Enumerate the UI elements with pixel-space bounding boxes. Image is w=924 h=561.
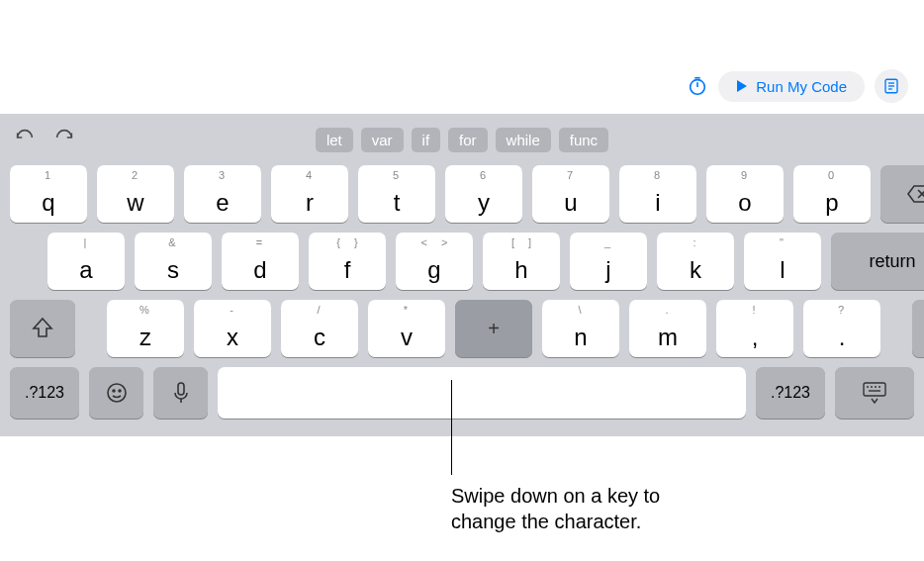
emoji-key[interactable] bbox=[89, 367, 143, 419]
key-d[interactable]: =d bbox=[222, 233, 299, 290]
callout-text: Swipe down on a key to change the charac… bbox=[451, 483, 708, 534]
run-label: Run My Code bbox=[756, 78, 847, 95]
key-j[interactable]: _j bbox=[570, 233, 647, 290]
keyword-pill-let[interactable]: let bbox=[316, 128, 353, 152]
key-z[interactable]: %z bbox=[107, 300, 184, 357]
key-a[interactable]: |a bbox=[47, 233, 125, 290]
key-q[interactable]: 1q bbox=[10, 165, 87, 223]
svg-point-0 bbox=[691, 80, 705, 95]
svg-point-10 bbox=[113, 390, 115, 392]
callout-leader-line bbox=[451, 380, 452, 475]
key-h[interactable]: []h bbox=[483, 233, 560, 290]
key-n[interactable]: \n bbox=[542, 300, 619, 357]
key-y[interactable]: 6y bbox=[445, 165, 522, 223]
key-l[interactable]: "l bbox=[744, 233, 821, 290]
onscreen-keyboard: letvarifforwhilefunc 1q2w3e4r5t6y7u8i9o0… bbox=[0, 114, 924, 436]
key-g[interactable]: <>g bbox=[396, 233, 473, 290]
keyword-pill-var[interactable]: var bbox=[361, 128, 404, 152]
key-,[interactable]: !, bbox=[716, 300, 793, 357]
keyword-pill-for[interactable]: for bbox=[448, 128, 488, 152]
keyword-pill-func[interactable]: func bbox=[559, 128, 608, 152]
svg-point-11 bbox=[119, 390, 121, 392]
key-r[interactable]: 4r bbox=[271, 165, 348, 223]
key-m[interactable]: .m bbox=[629, 300, 706, 357]
redo-icon[interactable] bbox=[53, 129, 75, 150]
symbols-key-right[interactable]: .?123 bbox=[756, 367, 825, 419]
key-i[interactable]: 8i bbox=[619, 165, 696, 223]
dismiss-keyboard-key[interactable] bbox=[835, 367, 914, 419]
key-t[interactable]: 5t bbox=[358, 165, 435, 223]
key-e[interactable]: 3e bbox=[184, 165, 261, 223]
stopwatch-icon[interactable] bbox=[687, 75, 708, 97]
key-c[interactable]: /c bbox=[281, 300, 358, 357]
key-k[interactable]: :k bbox=[657, 233, 734, 290]
backspace-key[interactable] bbox=[880, 165, 924, 223]
key-.[interactable]: ?. bbox=[803, 300, 880, 357]
shift-key-left[interactable] bbox=[10, 300, 75, 357]
svg-point-9 bbox=[108, 384, 126, 402]
keyword-pill-if[interactable]: if bbox=[412, 128, 441, 152]
key-o[interactable]: 9o bbox=[706, 165, 784, 223]
key-v[interactable]: *v bbox=[368, 300, 445, 357]
key-s[interactable]: &s bbox=[135, 233, 212, 290]
results-panel-button[interactable] bbox=[875, 69, 908, 103]
space-key[interactable] bbox=[218, 367, 746, 419]
return-key[interactable]: return bbox=[831, 233, 924, 290]
keyword-pill-while[interactable]: while bbox=[496, 128, 551, 152]
key-b[interactable]: + bbox=[455, 300, 532, 357]
run-my-code-button[interactable]: Run My Code bbox=[718, 71, 865, 102]
svg-rect-12 bbox=[178, 383, 184, 395]
key-w[interactable]: 2w bbox=[97, 165, 174, 223]
key-p[interactable]: 0p bbox=[793, 165, 871, 223]
shift-key-right[interactable] bbox=[912, 300, 924, 357]
dictation-key[interactable] bbox=[153, 367, 208, 419]
undo-icon[interactable] bbox=[14, 129, 36, 150]
svg-rect-14 bbox=[864, 383, 885, 396]
key-x[interactable]: -x bbox=[194, 300, 271, 357]
symbols-key[interactable]: .?123 bbox=[10, 367, 79, 419]
key-u[interactable]: 7u bbox=[532, 165, 609, 223]
key-f[interactable]: {}f bbox=[309, 233, 386, 290]
